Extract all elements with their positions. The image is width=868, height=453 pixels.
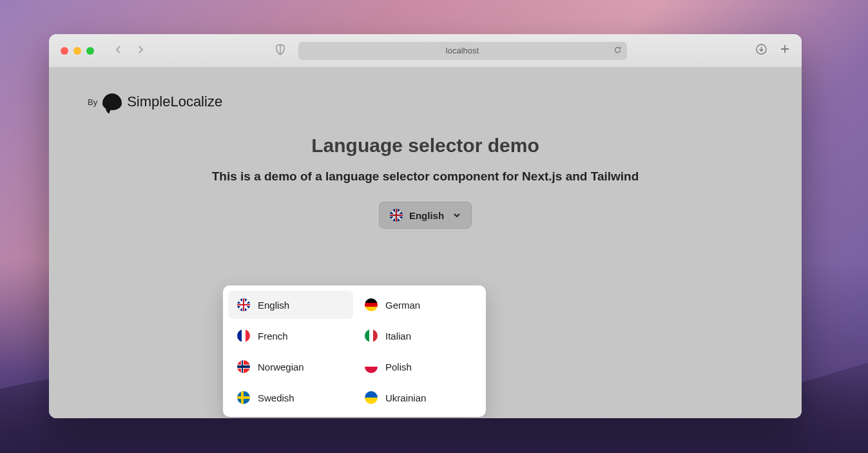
language-label: Norwegian (258, 361, 304, 372)
language-option-italian[interactable]: Italian (356, 322, 481, 350)
browser-window: localhost By SimpleLocalize Language sel… (49, 34, 802, 418)
flag-icon-de (365, 298, 378, 311)
flag-icon-it (365, 329, 378, 342)
reload-icon[interactable] (613, 46, 622, 56)
language-label: Italian (385, 331, 411, 342)
privacy-shield-icon[interactable] (275, 44, 285, 58)
language-option-swedish[interactable]: Swedish (228, 383, 353, 412)
language-dropdown: English German French Italian Norwegian … (223, 285, 486, 417)
downloads-icon[interactable] (756, 44, 767, 57)
language-label: French (258, 331, 288, 342)
language-option-french[interactable]: French (228, 322, 353, 350)
language-option-polish[interactable]: Polish (356, 352, 481, 381)
back-button[interactable] (113, 44, 124, 57)
language-label: Swedish (258, 392, 294, 403)
forward-button[interactable] (135, 44, 146, 57)
language-option-ukrainian[interactable]: Ukrainian (356, 383, 481, 412)
language-label: Ukrainian (385, 392, 426, 403)
flag-icon-fr (237, 329, 250, 342)
maximize-window-button[interactable] (86, 47, 94, 55)
minimize-window-button[interactable] (73, 47, 81, 55)
language-option-english[interactable]: English (228, 291, 353, 319)
flag-icon-se (237, 391, 250, 404)
window-controls (61, 47, 94, 55)
address-bar[interactable]: localhost (298, 42, 627, 60)
page-content: By SimpleLocalize Language selector demo… (49, 68, 802, 418)
flag-icon-gb (237, 298, 250, 311)
browser-toolbar: localhost (49, 34, 802, 68)
flag-icon-pl (365, 360, 378, 373)
url-text: localhost (446, 46, 479, 55)
flag-icon-ua (365, 391, 378, 404)
language-option-german[interactable]: German (356, 291, 481, 319)
flag-icon-no (237, 360, 250, 373)
language-label: English (258, 300, 289, 311)
language-label: German (385, 300, 420, 311)
new-tab-button[interactable] (780, 44, 790, 57)
language-option-norwegian[interactable]: Norwegian (228, 352, 353, 381)
close-window-button[interactable] (61, 47, 68, 55)
language-label: Polish (385, 361, 412, 372)
